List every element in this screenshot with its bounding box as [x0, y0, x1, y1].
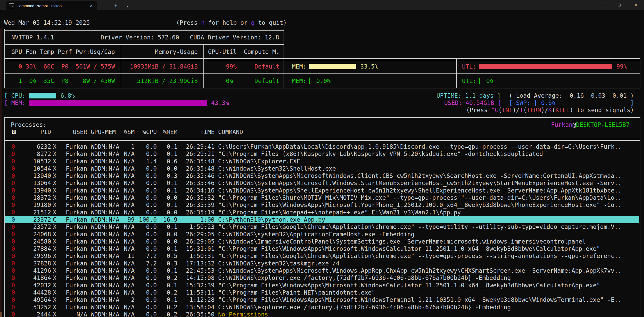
cell-type: X [51, 209, 58, 216]
header-user[interactable]: USER [58, 128, 87, 136]
process-row[interactable]: 019180XFurkanWDDM:N/AN/A0.00.126:35:39"C… [5, 201, 639, 208]
cell-gpu: 0 [5, 238, 16, 245]
process-row[interactable]: 024068XFurkanWDDM:N/AN/A0.00.026:29:05C:… [5, 231, 639, 238]
cell-pid: 27884 [16, 245, 51, 252]
cell-sm: N/A [121, 150, 135, 157]
swap-percent: 0.6% [541, 99, 555, 106]
mem-used-text: USED: 40.54GiB ] [444, 99, 501, 106]
close-button[interactable]: ✕ [628, 0, 644, 10]
cell-command: C:\WINDOWS\SystemApps\ShellExperienceHos… [214, 187, 639, 194]
cell-user: Furkan [58, 158, 87, 165]
process-row[interactable]: 010532XFurkanWDDM:N/AN/A1.40.626:35:48C:… [5, 158, 639, 165]
terminal-tab[interactable]: C:\_ Command Prompt - nvitop ✕ [6, 1, 97, 10]
cell-gpu_mem: WDDM:N/A [87, 179, 121, 187]
background-window-sliver [0, 28, 2, 312]
cell-gpu_mem: WDDM:N/A [87, 282, 121, 289]
cell-cpu: 0.0 [135, 223, 157, 230]
cell-command: "C:\Program Files\Google\Chrome\Applicat… [214, 252, 639, 260]
device-panel-border [456, 58, 457, 88]
at-sign: @ [572, 121, 576, 128]
cell-time: 17:13:32 [177, 260, 214, 267]
cell-pid: 23572 [16, 223, 51, 230]
process-row[interactable]: 013940XFurkanWDDM:N/AN/A0.00.126:34:16C:… [5, 187, 639, 194]
clock-line: Wed Mar 05 14:52:19 2025 [4, 19, 90, 26]
cell-time: 15:31:01 [177, 245, 214, 252]
gpu1-utl-label: UTL: [462, 77, 476, 85]
cell-user: Furkan [58, 209, 87, 216]
process-row[interactable]: 08272XFurkanWDDM:N/AN/A0.00.126:29:21"C:… [5, 150, 639, 157]
process-row[interactable]: 041864XFurkanWDDM:N/AN/A0.00.214:15:08C:… [5, 274, 639, 281]
cell-mem: 0.0 [157, 194, 177, 201]
process-row[interactable]: 013064XFurkanWDDM:N/AN/A0.00.126:35:46C:… [5, 179, 639, 187]
gpu0-utl-percent: 99% [616, 64, 627, 69]
header-command[interactable]: COMMAND [214, 128, 639, 136]
minimize-button[interactable]: – [595, 0, 611, 10]
cell-command: "C:\Program Files\Paint.NET\paintdotnet.… [214, 289, 639, 296]
gpu0-mem-label: MEM: [292, 63, 306, 70]
cell-pid: 10532 [16, 158, 51, 165]
process-row[interactable]: 041296XFurkanWDDM:N/AN/A0.00.122:45:53C:… [5, 267, 639, 274]
cell-user: Furkan [58, 252, 87, 260]
new-tab-button[interactable]: + [111, 1, 120, 10]
signal-int: INT [502, 107, 513, 113]
process-row[interactable]: 02444XN/AWDDM:N/AN/A0.00.226:35:50No Per… [5, 311, 639, 317]
process-row[interactable]: 023572XFurkanWDDM:N/AN/A0.00.11:50:23"C:… [5, 223, 639, 230]
process-row[interactable]: 044428XFurkanWDDM:N/AN/A0.00.211:53:11"C… [5, 289, 639, 296]
header-pid[interactable]: PID [16, 128, 51, 136]
process-row[interactable]: 018372XFurkanWDDM:N/AN/A0.00.026:35:32"C… [5, 194, 639, 201]
header-time[interactable]: TIME [177, 128, 214, 136]
cell-time: 26:35:46 [177, 172, 214, 179]
maximize-button[interactable]: ☐ [611, 0, 628, 10]
signals-text: )/ [541, 107, 548, 113]
cell-sm: N/A [121, 304, 135, 311]
cell-gpu_mem: WDDM:N/A [87, 260, 121, 267]
gpu0-utl-bar: 99% [479, 64, 614, 69]
process-row[interactable]: 024580XFurkanWDDM:N/AN/A0.00.026:29:05C:… [5, 238, 639, 245]
signal-term: TERM [527, 107, 541, 113]
process-row[interactable]: 021512XFurkanWDDM:N/AN/A0.00.026:35:19"C… [5, 209, 639, 216]
tabbar-divider [122, 3, 122, 9]
process-panel-border [640, 117, 640, 317]
cell-time: 26:29:05 [177, 238, 214, 245]
header-mem[interactable]: %MEM [157, 128, 177, 136]
process-row-selected[interactable]: 023372CFurkanWDDM:N/A99100.016.91:00C:\P… [5, 216, 639, 223]
cell-sm: N/A [121, 274, 135, 281]
process-row[interactable]: 013040XFurkanWDDM:N/AN/A0.00.326:35:46C:… [5, 172, 639, 179]
process-row[interactable]: 037828XFurkanWDDM:N/AN/A7.20.317:13:32C:… [5, 260, 639, 267]
cell-pid: 23372 [16, 216, 51, 223]
cell-command: C:\WINDOWS\system32\ApplicationFrameHost… [214, 231, 639, 238]
header-cpu[interactable]: %CPU [135, 128, 157, 136]
cell-mem: 0.1 [157, 282, 177, 289]
cell-gpu_mem: WDDM:N/A [87, 238, 121, 245]
tab-dropdown-icon[interactable]: ⌄ [123, 1, 131, 10]
cell-pid: 13064 [16, 179, 51, 187]
cell-mem: 0.1 [157, 187, 177, 194]
cell-gpu: 0 [5, 194, 16, 201]
mem-bar-line: 43.3% [29, 99, 440, 106]
cell-user: Furkan [58, 274, 87, 281]
cell-command: C:\Windows\ImmersiveControlPanel\SystemS… [214, 238, 639, 245]
cell-mem: 0.2 [157, 289, 177, 296]
header-sm[interactable]: %SM [121, 128, 135, 136]
cell-pid: 41864 [16, 274, 51, 281]
cell-cpu: 0.0 [135, 282, 157, 289]
process-table: 06232XFurkanWDDM:N/A10.00.126:29:41C:\Us… [5, 143, 639, 317]
process-row[interactable]: 06232XFurkanWDDM:N/A10.00.126:29:41C:\Us… [5, 143, 639, 150]
cell-gpu_mem: WDDM:N/A [87, 194, 121, 201]
process-row[interactable]: 010544XFurkanWDDM:N/AN/A0.00.026:35:48C:… [5, 165, 639, 172]
process-row[interactable]: 042032XFurkanWDDM:N/AN/A0.00.115:32:39"C… [5, 282, 639, 289]
tab-close-icon[interactable]: ✕ [88, 4, 94, 8]
cell-pid: 13940 [16, 187, 51, 194]
cell-command: "C:\Program Files (x86)\Kaspersky Lab\Ka… [214, 150, 639, 157]
process-row[interactable]: 029596XFurkanWDDM:N/A117.20.51:50:31"C:\… [5, 252, 639, 260]
cell-gpu_mem: WDDM:N/A [87, 252, 121, 260]
process-row[interactable]: 053252XFurkanWDDM:N/AN/A0.00.213:58:04C:… [5, 304, 639, 311]
process-row[interactable]: 049564XFurkanWDDM:N/A20.00.11:12:28"C:\P… [5, 296, 639, 303]
cell-type: X [51, 179, 58, 187]
header-gpu[interactable]: GPU [5, 128, 16, 136]
header-gpumem[interactable]: GPU-MEM [87, 128, 121, 136]
process-row[interactable]: 027884XFurkanWDDM:N/AN/A0.00.115:31:01"C… [5, 245, 639, 252]
cell-gpu: 0 [5, 158, 16, 165]
cell-sm: N/A [121, 158, 135, 165]
cell-gpu: 0 [5, 209, 16, 216]
